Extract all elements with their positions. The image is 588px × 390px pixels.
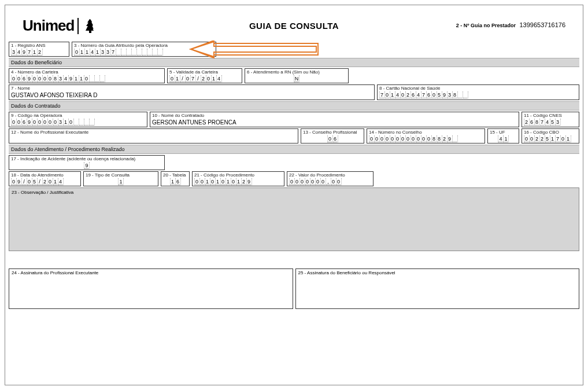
field-21-codigo-procedimento: 21 - Código do Procedimento 00101010129 xyxy=(192,171,284,186)
field-23-label: 23 - Observação / Justificativa xyxy=(12,190,73,195)
field-5-value: 01/07/2014 xyxy=(169,75,240,83)
field-14-value: 0000000000008829 xyxy=(369,135,483,143)
field-13-conselho-profissional: 13 - Conselho Profissional 06 xyxy=(301,128,364,144)
field-19-label: 19 - Tipo de Consulta xyxy=(86,172,156,178)
field-22-label: 22 - Valor do Procedimento xyxy=(289,172,371,178)
field-11-codigo-cnes: 11 - Código CNES 2687453 xyxy=(522,112,579,127)
field-20-value: 16 xyxy=(163,178,187,186)
field-23-observacao: 23 - Observação / Justificativa xyxy=(9,187,579,251)
field-21-label: 21 - Código do Procedimento xyxy=(194,172,282,178)
field-17-label: 17 - Indicação de Acidente (acidente ou … xyxy=(11,156,162,162)
field-9-value: 006900000310 xyxy=(11,119,145,126)
field-3-label: 3 - Número da Guia Atribuído pela Operad… xyxy=(74,43,214,49)
field-15-value: 41 xyxy=(490,135,517,143)
field-10-nome-contratado: 10 - Nome do Contratado GERSON ANTUNES P… xyxy=(150,112,519,127)
header: Unimed GUIA DE CONSULTA 2 - Nº Guia no P… xyxy=(5,5,583,41)
field-20-label: 20 - Tabela xyxy=(163,172,187,178)
field-11-value: 2687453 xyxy=(524,119,577,126)
field-1-registro-ans: 1 - Registro ANS 349712 xyxy=(9,42,69,57)
field-14-label: 14 - Número no Conselho xyxy=(369,130,483,135)
field-13-value: 06 xyxy=(303,135,362,143)
field-6-value: N xyxy=(247,75,346,83)
field-19-value: 1 xyxy=(86,178,156,186)
field-2-label: 2 - Nº Guia no Prestador xyxy=(456,23,516,28)
page-title: GUIA DE CONSULTA xyxy=(249,21,339,31)
field-16-label: 16 - Código CBO xyxy=(524,130,577,135)
field-14-numero-conselho: 14 - Número no Conselho 0000000000008829 xyxy=(367,128,485,144)
row-registro-guia: 1 - Registro ANS 349712 3 - Número da Gu… xyxy=(9,42,579,57)
field-7-value: GUSTAVO AFONSO TEIXEIRA D xyxy=(11,92,97,98)
field-7-label: 7 - Nome xyxy=(11,86,372,91)
section-atendimento: Dados do Atendimento / Procedimento Real… xyxy=(9,145,579,154)
field-11-label: 11 - Código CNES xyxy=(524,113,577,119)
field-25-assinatura-beneficiario: 25 - Assinatura do Beneficiário ou Respo… xyxy=(295,268,580,309)
field-22-value: 0000000,00 xyxy=(289,178,371,186)
signature-row: 24 - Assinatura do Profissional Executan… xyxy=(5,268,583,309)
form-area: 1 - Registro ANS 349712 3 - Número da Gu… xyxy=(5,42,583,251)
logo-divider xyxy=(77,18,79,34)
field-4-value: 006900008349110 xyxy=(11,75,162,83)
guia-consulta-page: Unimed GUIA DE CONSULTA 2 - Nº Guia no P… xyxy=(5,5,583,385)
row-acidente: 17 - Indicação de Acidente (acidente ou … xyxy=(9,155,579,170)
field-3-numero-guia-operadora: 3 - Número da Guia Atribuído pela Operad… xyxy=(72,42,216,57)
field-21-value: 00101010129 xyxy=(194,178,282,186)
field-7-nome: 7 - Nome GUSTAVO AFONSO TEIXEIRA D xyxy=(9,84,375,100)
pine-tree-icon xyxy=(82,18,98,34)
logo: Unimed xyxy=(23,17,98,35)
field-16-codigo-cbo: 16 - Código CBO 002251701 xyxy=(522,128,579,144)
field-6-atendimento-rn: 6 - Atendimento a RN (Sim ou Não) N xyxy=(245,68,349,83)
field-19-tipo-consulta: 19 - Tipo de Consulta 1 xyxy=(83,171,158,186)
field-8-cartao-nacional-saude: 8 - Cartão Nacional de Saúde 70140264760… xyxy=(377,84,579,100)
row-atendimento-detalhes: 18 - Data do Atendimento 09/05/2014 19 -… xyxy=(9,171,579,186)
field-12-label: 12 - Nome do Profissional Executante xyxy=(11,130,296,135)
row-nome-cns: 7 - Nome GUSTAVO AFONSO TEIXEIRA D 8 - C… xyxy=(9,84,579,100)
field-15-label: 15 - UF xyxy=(490,130,517,135)
field-16-value: 002251701 xyxy=(524,135,577,143)
field-18-label: 18 - Data do Atendimento xyxy=(11,172,79,178)
field-17-value: 9 xyxy=(11,162,162,170)
field-9-label: 9 - Código na Operadora xyxy=(11,113,145,119)
field-6-label: 6 - Atendimento a RN (Sim ou Não) xyxy=(247,69,346,75)
field-24-assinatura-profissional: 24 - Assinatura do Profissional Executan… xyxy=(9,268,293,309)
field-24-label: 24 - Assinatura do Profissional Executan… xyxy=(12,270,98,275)
field-13-label: 13 - Conselho Profissional xyxy=(303,130,362,135)
field-10-value: GERSON ANTUNES PROENCA xyxy=(152,119,236,126)
field-12-nome-profissional: 12 - Nome do Profissional Executante xyxy=(9,128,298,144)
field-20-tabela: 20 - Tabela 16 xyxy=(161,171,190,186)
field-17-indicacao-acidente: 17 - Indicação de Acidente (acidente ou … xyxy=(9,155,165,170)
field-22-valor-procedimento: 22 - Valor do Procedimento 0000000,00 xyxy=(287,171,373,186)
section-beneficiario: Dados do Beneficiário xyxy=(9,58,579,67)
field-9-codigo-operadora: 9 - Código na Operadora 006900000310 xyxy=(9,112,147,127)
section-contratado: Dados do Contratado xyxy=(9,101,579,111)
row-contratado: 9 - Código na Operadora 006900000310 10 … xyxy=(9,112,579,127)
field-18-value: 09/05/2014 xyxy=(11,178,79,186)
field-2-guia-prestador: 2 - Nº Guia no Prestador 1399653716176 xyxy=(456,21,565,28)
field-15-uf: 15 - UF 41 xyxy=(487,128,519,144)
field-1-value: 349712 xyxy=(11,49,67,56)
field-5-label: 5 - Validade da Carteira xyxy=(169,69,240,75)
field-2-value: 1399653716176 xyxy=(519,21,565,28)
field-10-label: 10 - Nome do Contratado xyxy=(152,113,517,119)
field-8-value: 701402647605938 xyxy=(379,91,577,99)
field-25-label: 25 - Assinatura do Beneficiário ou Respo… xyxy=(298,270,395,275)
row-profissional: 12 - Nome do Profissional Executante 13 … xyxy=(9,128,579,144)
field-3-value: 01141337 xyxy=(74,49,214,56)
field-5-validade-carteira: 5 - Validade da Carteira 01/07/2014 xyxy=(167,68,242,83)
logo-text: Unimed xyxy=(23,17,74,35)
field-4-label: 4 - Número da Carteira xyxy=(11,69,162,75)
row-carteira: 4 - Número da Carteira 006900008349110 5… xyxy=(9,68,579,83)
field-8-label: 8 - Cartão Nacional de Saúde xyxy=(379,86,577,91)
field-1-label: 1 - Registro ANS xyxy=(11,43,67,49)
field-4-numero-carteira: 4 - Número da Carteira 006900008349110 xyxy=(9,68,165,83)
field-18-data-atendimento: 18 - Data do Atendimento 09/05/2014 xyxy=(9,171,81,186)
